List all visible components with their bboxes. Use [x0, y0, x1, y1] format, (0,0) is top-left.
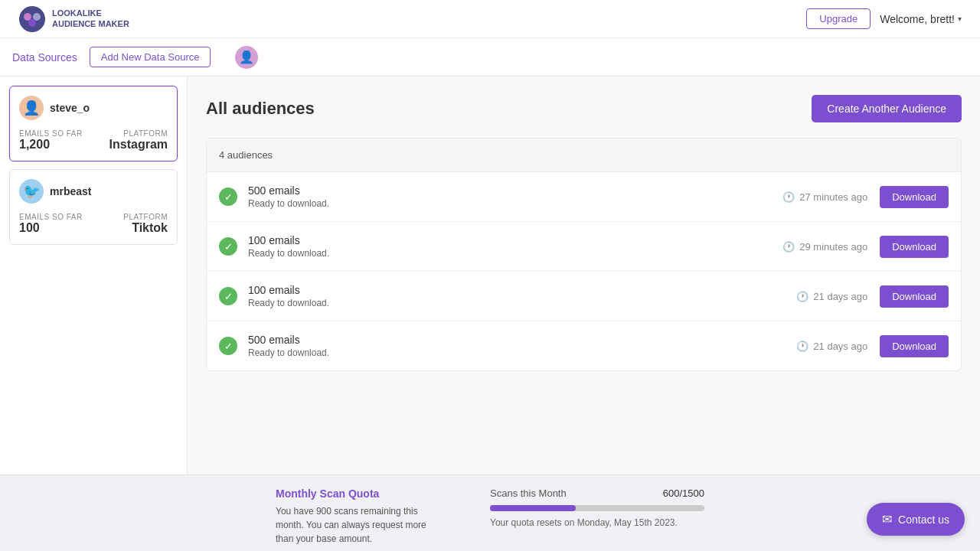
contact-us-label: Contact us — [898, 514, 949, 526]
data-sources-link[interactable]: Data Sources — [12, 51, 77, 64]
emails-label-2: EMAILS SO FAR — [19, 213, 83, 221]
check-icon: ✓ — [219, 337, 237, 355]
emails-value: 1,200 — [19, 138, 83, 152]
logo: LOOKALIKE AUDIENCE MAKER — [18, 5, 129, 33]
footer-quota: Monthly Scan Quota You have 900 scans re… — [276, 487, 444, 546]
avatar-mrbeast: 🐦 — [19, 179, 44, 204]
card-header-mrbeast: 🐦 mrbeast — [19, 179, 168, 204]
progress-bar-fill — [490, 505, 576, 511]
emails-label: EMAILS SO FAR — [19, 129, 83, 138]
card-stats-steve-o: EMAILS SO FAR 1,200 PLATFORM Instagram — [19, 129, 168, 152]
avatar: 👤 — [235, 46, 258, 69]
contact-us-button[interactable]: ✉ Contact us — [867, 503, 965, 536]
card-name-steve-o: steve_o — [50, 102, 90, 114]
message-icon: ✉ — [882, 512, 892, 527]
audience-meta: 🕐 21 days ago — [796, 291, 867, 302]
audience-status: Ready to download. — [248, 198, 782, 209]
download-button-1[interactable]: Download — [880, 186, 949, 208]
footer: Monthly Scan Quota You have 900 scans re… — [0, 474, 980, 551]
audience-emails: 100 emails — [248, 234, 782, 246]
main-layout: 👤 steve_o EMAILS SO FAR 1,200 PLATFORM I… — [0, 77, 980, 474]
scans-reset: Your quota resets on Monday, May 15th 20… — [490, 517, 704, 528]
card-name-mrbeast: mrbeast — [50, 185, 91, 197]
check-icon: ✓ — [219, 237, 237, 256]
welcome-user[interactable]: Welcome, brett! ▾ — [880, 13, 962, 25]
audience-emails: 100 emails — [248, 284, 796, 296]
clock-icon: 🕐 — [796, 291, 808, 302]
quota-desc: You have 900 scans remaining this month.… — [276, 504, 444, 546]
table-row: ✓ 100 emails Ready to download. 🕐 21 day… — [207, 272, 961, 321]
quota-title: Monthly Scan Quota — [276, 487, 444, 500]
download-button-4[interactable]: Download — [880, 335, 949, 357]
audiences-title: All audiences — [206, 99, 315, 119]
audience-meta: 🕐 21 days ago — [796, 341, 867, 352]
audience-info: 100 emails Ready to download. — [248, 284, 796, 308]
audience-time: 21 days ago — [813, 341, 867, 352]
table-row: ✓ 500 emails Ready to download. 🕐 27 min… — [207, 172, 961, 222]
platform-label-2: PLATFORM — [123, 213, 168, 221]
audience-info: 500 emails Ready to download. — [248, 334, 796, 358]
audiences-count: 4 audiences — [207, 139, 961, 172]
check-icon: ✓ — [219, 287, 237, 305]
audience-time: 27 minutes ago — [799, 191, 867, 203]
audience-emails: 500 emails — [248, 184, 782, 197]
table-row: ✓ 100 emails Ready to download. 🕐 29 min… — [207, 222, 961, 272]
svg-point-1 — [24, 13, 31, 21]
svg-point-2 — [33, 13, 41, 21]
clock-icon: 🕐 — [782, 191, 795, 203]
footer-scans: Scans this Month 600/1500 Your quota res… — [490, 487, 704, 528]
scans-label: Scans this Month — [490, 487, 567, 499]
sub-header: Data Sources Add New Data Source 👤 — [0, 38, 980, 77]
header-right: Upgrade Welcome, brett! ▾ — [806, 8, 962, 29]
audience-emails: 500 emails — [248, 334, 796, 346]
add-data-source-button[interactable]: Add New Data Source — [90, 47, 211, 67]
svg-point-3 — [28, 19, 36, 27]
check-icon: ✓ — [219, 187, 237, 206]
audiences-header: All audiences Create Another Audience — [206, 95, 962, 122]
card-header: 👤 steve_o — [19, 96, 168, 120]
scans-header: Scans this Month 600/1500 — [490, 487, 704, 499]
download-button-2[interactable]: Download — [880, 236, 949, 258]
audience-meta: 🕐 29 minutes ago — [782, 241, 867, 253]
platform-value: Instagram — [109, 138, 168, 152]
sidebar-card-mrbeast[interactable]: 🐦 mrbeast EMAILS SO FAR 100 PLATFORM Tik… — [9, 169, 178, 245]
header: LOOKALIKE AUDIENCE MAKER Upgrade Welcome… — [0, 0, 980, 38]
download-button-3[interactable]: Download — [880, 285, 949, 308]
table-row: ✓ 500 emails Ready to download. 🕐 21 day… — [207, 321, 961, 370]
upgrade-button[interactable]: Upgrade — [806, 8, 871, 29]
emails-value-2: 100 — [19, 221, 83, 235]
audience-meta: 🕐 27 minutes ago — [782, 191, 867, 203]
chevron-down-icon: ▾ — [958, 15, 962, 23]
create-audience-button[interactable]: Create Another Audience — [812, 95, 962, 122]
audience-status: Ready to download. — [248, 298, 796, 308]
clock-icon: 🕐 — [796, 341, 808, 352]
logo-icon — [18, 5, 46, 33]
sidebar-card-steve-o[interactable]: 👤 steve_o EMAILS SO FAR 1,200 PLATFORM I… — [9, 86, 178, 161]
audience-time: 21 days ago — [813, 291, 867, 302]
platform-label: PLATFORM — [109, 129, 168, 138]
scans-value: 600/1500 — [663, 487, 704, 499]
audiences-container: 4 audiences ✓ 500 emails Ready to downlo… — [206, 138, 962, 371]
audience-info: 500 emails Ready to download. — [248, 184, 782, 209]
main-content: All audiences Create Another Audience 4 … — [188, 77, 980, 474]
audience-status: Ready to download. — [248, 347, 796, 358]
clock-icon: 🕐 — [782, 241, 795, 253]
audience-info: 100 emails Ready to download. — [248, 234, 782, 259]
card-stats-mrbeast: EMAILS SO FAR 100 PLATFORM Tiktok — [19, 213, 168, 235]
audience-status: Ready to download. — [248, 248, 782, 259]
avatar-steve-o: 👤 — [19, 96, 44, 120]
logo-text: LOOKALIKE AUDIENCE MAKER — [52, 8, 129, 28]
progress-bar-background — [490, 505, 704, 511]
platform-value-2: Tiktok — [123, 221, 168, 235]
audience-time: 29 minutes ago — [799, 241, 867, 253]
sidebar: 👤 steve_o EMAILS SO FAR 1,200 PLATFORM I… — [0, 77, 188, 474]
